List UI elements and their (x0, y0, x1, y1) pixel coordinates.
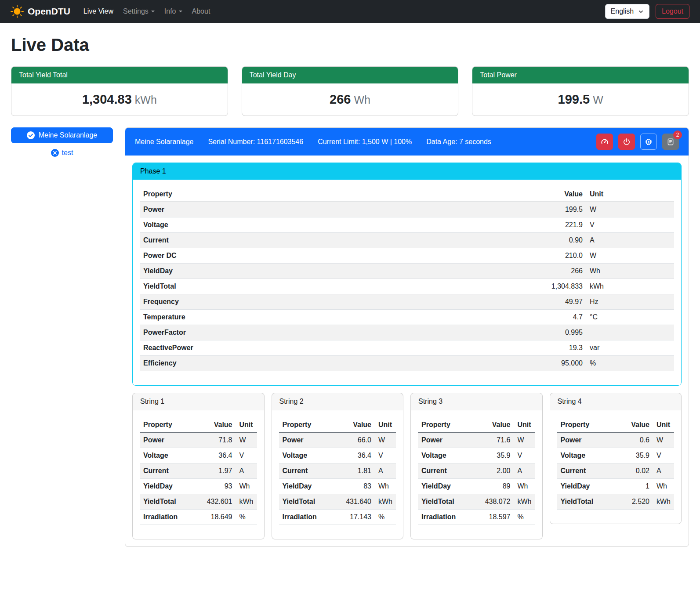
property-unit: W (375, 433, 396, 448)
property-unit: kWh (375, 494, 396, 510)
nav-right: English Logout (605, 4, 689, 19)
property-value: 210.0 (407, 248, 586, 264)
nav-info[interactable]: Info (160, 4, 187, 19)
table-row: PowerFactor0.995 (140, 325, 674, 340)
table-row: Current0.90A (140, 233, 674, 248)
property-name: Voltage (279, 448, 333, 463)
table-row: ReactivePower19.3var (140, 340, 674, 356)
property-name: YieldDay (140, 264, 407, 279)
property-value: 49.97 (407, 294, 586, 310)
power-button[interactable] (618, 134, 635, 150)
data-table: PropertyValueUnitPower66.0WVoltage36.4VC… (279, 417, 396, 525)
property-value: 0.995 (407, 325, 586, 340)
string-card: String 3PropertyValueUnitPower71.6WVolta… (410, 393, 543, 539)
logout-button[interactable]: Logout (656, 4, 689, 19)
property-unit (586, 325, 674, 340)
table-row: YieldDay89Wh (418, 479, 535, 494)
check-circle-icon (27, 131, 35, 139)
string-card-title: String 1 (133, 393, 264, 410)
property-name: Current (140, 463, 194, 479)
phase-table-container: PropertyValueUnitPower199.5WVoltage221.9… (133, 180, 681, 385)
brand[interactable]: OpenDTU (11, 5, 70, 18)
property-value: 66.0 (333, 433, 375, 448)
property-unit: % (375, 510, 396, 525)
event-log-button[interactable]: 2 (662, 134, 679, 150)
property-name: YieldDay (557, 479, 616, 494)
property-unit: W (514, 433, 535, 448)
property-name: Temperature (140, 310, 407, 325)
table-row: Temperature4.7°C (140, 310, 674, 325)
journal-icon (667, 138, 675, 146)
inverter-header-buttons: 2 (596, 134, 679, 150)
property-name: Current (418, 463, 472, 479)
property-name: Irradiation (418, 510, 472, 525)
sidebar-item-test[interactable]: test (11, 149, 113, 157)
power-icon (623, 138, 631, 146)
table-row: Power DC210.0W (140, 248, 674, 264)
property-name: YieldDay (418, 479, 472, 494)
column-header: Value (407, 187, 586, 202)
table-row: YieldTotal2.520kWh (557, 494, 675, 510)
property-value: 95.000 (407, 356, 586, 371)
property-unit: Wh (653, 479, 674, 494)
column-header: Unit (375, 417, 396, 433)
table-row: YieldTotal438.072kWh (418, 494, 535, 510)
property-name: Power DC (140, 248, 407, 264)
language-value: English (611, 7, 634, 15)
property-unit: var (586, 340, 674, 356)
property-unit: kWh (586, 279, 674, 294)
summary-cards: Total Yield Total 1,304.83kWh Total Yiel… (11, 66, 689, 116)
property-unit: kWh (236, 494, 257, 510)
property-value: 18.597 (472, 510, 514, 525)
phase-card: Phase 1 PropertyValueUnitPower199.5WVolt… (132, 163, 682, 386)
property-name: Voltage (557, 448, 616, 463)
property-value: 19.3 (407, 340, 586, 356)
string-card-title: String 2 (272, 393, 403, 410)
property-value: 0.6 (616, 433, 653, 448)
property-name: Power (279, 433, 333, 448)
property-value: 93 (194, 479, 236, 494)
limit-settings-button[interactable] (596, 134, 613, 150)
table-row: Power0.6W (557, 433, 675, 448)
property-name: YieldTotal (557, 494, 616, 510)
card-value: 266 (330, 92, 351, 106)
table-row: Current2.00A (418, 463, 535, 479)
navbar: OpenDTU Live View Settings Info About En… (0, 0, 700, 23)
property-unit: A (236, 463, 257, 479)
device-info-button[interactable] (640, 134, 657, 150)
column-header: Unit (653, 417, 674, 433)
property-value: 17.143 (333, 510, 375, 525)
nav-settings-label: Settings (123, 7, 149, 15)
property-value: 71.8 (194, 433, 236, 448)
sidebar-item-meine-solaranlage[interactable]: Meine Solaranlage (11, 127, 113, 143)
inverter-limit: Current Limit: 1,500 W | 100% (318, 138, 412, 146)
table-row: Irradiation18.649% (140, 510, 257, 525)
property-value: 71.6 (472, 433, 514, 448)
strings-row: String 1PropertyValueUnitPower71.8WVolta… (132, 393, 682, 539)
chevron-down-icon (151, 11, 155, 12)
property-unit: A (586, 233, 674, 248)
total-yield-total-card: Total Yield Total 1,304.83kWh (11, 66, 228, 116)
main-content: Live Data Total Yield Total 1,304.83kWh … (0, 23, 700, 564)
inverter-sidebar: Meine Solaranlage test (11, 127, 113, 157)
card-title: Total Power (472, 67, 689, 83)
table-row: YieldDay266Wh (140, 264, 674, 279)
property-unit: V (653, 448, 674, 463)
inverter-header: Meine Solaranlage Serial Number: 1161716… (125, 128, 689, 156)
nav-about[interactable]: About (188, 4, 215, 19)
cpu-icon (645, 138, 653, 146)
chevron-down-icon (179, 11, 182, 12)
property-name: Current (557, 463, 616, 479)
card-value: 199.5 (558, 92, 590, 106)
table-row: Voltage35.9V (557, 448, 675, 463)
table-row: Frequency49.97Hz (140, 294, 674, 310)
card-title: Total Yield Total (11, 67, 228, 83)
nav-settings[interactable]: Settings (119, 4, 159, 19)
nav-live-view[interactable]: Live View (79, 4, 118, 19)
card-value: 1,304.83 (82, 92, 132, 106)
property-unit: °C (586, 310, 674, 325)
property-unit: A (514, 463, 535, 479)
chevron-down-icon (638, 9, 644, 14)
language-select[interactable]: English (605, 4, 649, 19)
property-value: 18.649 (194, 510, 236, 525)
